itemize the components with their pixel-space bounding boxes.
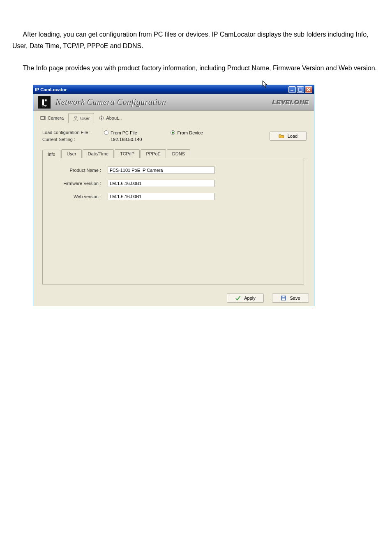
info-panel: Product Name : FCS-1101 PoE IP Camera Fi… bbox=[42, 158, 304, 284]
minimize-button[interactable] bbox=[288, 86, 296, 93]
firmware-version-field[interactable]: LM.1.6.16.00B1 bbox=[108, 180, 214, 187]
svg-rect-2 bbox=[42, 99, 44, 105]
svg-rect-4 bbox=[44, 105, 46, 106]
checkmark-icon bbox=[235, 295, 241, 301]
info-icon bbox=[99, 115, 104, 121]
outer-tab-user-label: User bbox=[80, 116, 90, 121]
current-setting-label: Current Setting : bbox=[42, 136, 104, 143]
apply-button[interactable]: Apply bbox=[227, 294, 264, 303]
svg-rect-0 bbox=[291, 90, 293, 91]
header-band: Network Camera Configuration LEVELONE bbox=[33, 94, 314, 111]
svg-rect-3 bbox=[45, 99, 47, 101]
load-button[interactable]: Load bbox=[270, 132, 307, 141]
inner-tab-datetime[interactable]: Date/Time bbox=[83, 149, 114, 158]
product-name-label: Product Name : bbox=[50, 168, 108, 173]
inner-tab-pppoe[interactable]: PPPoE bbox=[141, 149, 166, 158]
footer-row: Apply Save bbox=[33, 291, 314, 306]
radio-icon bbox=[104, 130, 108, 135]
outer-tab-body: Load configuration File : Current Settin… bbox=[36, 123, 311, 289]
title-bar: IP CamLocator bbox=[33, 85, 314, 94]
brand-text: LEVELONE bbox=[272, 99, 309, 106]
from-device-label: From Device bbox=[177, 130, 203, 135]
brand-logo-icon bbox=[38, 96, 51, 109]
apply-button-label: Apply bbox=[244, 296, 256, 301]
load-config-row: Load configuration File : Current Settin… bbox=[41, 127, 307, 143]
save-button[interactable]: Save bbox=[272, 294, 309, 303]
window-controls bbox=[288, 86, 312, 93]
user-icon bbox=[73, 116, 78, 121]
from-pc-radio[interactable]: From PC File bbox=[104, 130, 142, 135]
from-pc-label: From PC File bbox=[111, 130, 137, 135]
outer-tab-user[interactable]: User bbox=[68, 113, 94, 123]
current-ip-value: 192.168.50.140 bbox=[111, 137, 142, 142]
doc-paragraph-2: The Info page provides you with product … bbox=[12, 62, 380, 74]
maximize-button[interactable] bbox=[297, 86, 304, 93]
camera-icon bbox=[40, 115, 46, 121]
outer-tab-about-label: About... bbox=[106, 116, 122, 120]
load-button-label: Load bbox=[288, 134, 297, 139]
inner-tab-user[interactable]: User bbox=[61, 149, 81, 158]
svg-point-5 bbox=[42, 106, 43, 106]
web-version-label: Web version : bbox=[50, 194, 108, 199]
svg-rect-14 bbox=[282, 298, 285, 300]
inner-tab-ddns[interactable]: DDNS bbox=[167, 149, 190, 158]
outer-tab-about[interactable]: About... bbox=[94, 113, 126, 123]
folder-open-icon bbox=[279, 133, 284, 139]
svg-point-6 bbox=[45, 106, 46, 106]
inner-tab-strip: Info User Date/Time TCP/IP PPPoE DDNS bbox=[42, 149, 307, 158]
outer-tab-camera-label: Camera bbox=[48, 116, 64, 120]
band-title: Network Camera Configuration bbox=[55, 97, 166, 107]
svg-rect-7 bbox=[41, 117, 45, 120]
cursor-icon bbox=[262, 80, 269, 89]
inner-tab-tcpip[interactable]: TCP/IP bbox=[115, 149, 140, 158]
window-title: IP CamLocator bbox=[35, 87, 288, 92]
firmware-version-label: Firmware Version : bbox=[50, 181, 108, 186]
load-file-label: Load configuration File : bbox=[42, 129, 104, 136]
svg-point-11 bbox=[101, 116, 102, 117]
load-config-labels: Load configuration File : Current Settin… bbox=[42, 129, 104, 143]
close-button[interactable] bbox=[305, 86, 312, 93]
web-version-field[interactable]: LM.1.6.16.00B1 bbox=[108, 193, 214, 200]
radio-icon bbox=[171, 130, 175, 135]
save-button-label: Save bbox=[290, 296, 300, 301]
svg-rect-10 bbox=[101, 118, 102, 119]
svg-rect-1 bbox=[299, 88, 302, 91]
doc-paragraph-1: After loading, you can get configuration… bbox=[12, 29, 380, 52]
svg-point-8 bbox=[75, 116, 77, 118]
product-name-field[interactable]: FCS-1101 PoE IP Camera bbox=[108, 166, 214, 174]
inner-tab-info[interactable]: Info bbox=[42, 150, 60, 158]
outer-tab-strip: Camera User About... bbox=[33, 113, 314, 123]
from-device-radio[interactable]: From Device bbox=[171, 130, 203, 135]
save-icon bbox=[281, 295, 286, 301]
svg-rect-13 bbox=[283, 296, 285, 298]
outer-tab-camera[interactable]: Camera bbox=[36, 113, 68, 123]
app-window: IP CamLocator Network Camera Configurati… bbox=[33, 85, 314, 306]
